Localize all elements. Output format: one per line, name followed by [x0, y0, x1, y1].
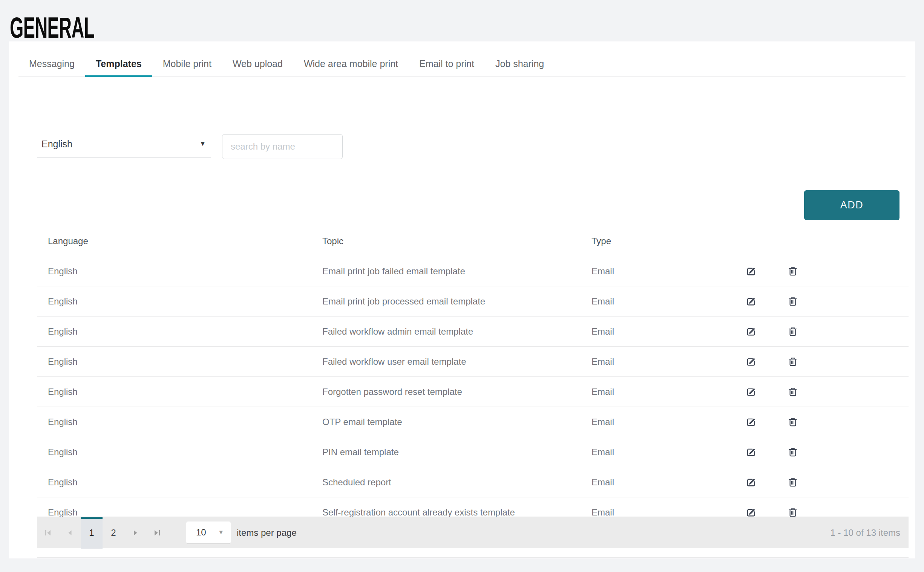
- column-header-type: Type: [580, 236, 731, 246]
- trash-icon: [787, 417, 798, 427]
- page-size-dropdown[interactable]: 10 ▼: [186, 522, 231, 544]
- delete-button[interactable]: [772, 477, 814, 488]
- table-header-row: Language Topic Type: [37, 226, 908, 256]
- tab-job-sharing[interactable]: Job sharing: [485, 51, 555, 76]
- cell-topic: Self-registration account already exists…: [311, 507, 580, 518]
- cell-language: English: [37, 326, 311, 337]
- delete-button[interactable]: [772, 387, 814, 397]
- trash-icon: [787, 356, 798, 367]
- tab-templates[interactable]: Templates: [85, 51, 152, 76]
- trash-icon: [787, 326, 798, 337]
- edit-button[interactable]: [731, 417, 772, 428]
- first-page-button[interactable]: [37, 517, 59, 549]
- trash-icon: [787, 266, 798, 277]
- cell-topic: Forgotten password reset template: [311, 387, 580, 397]
- edit-button[interactable]: [731, 326, 772, 337]
- edit-icon: [746, 417, 757, 428]
- table-row: EnglishPIN email templateEmail: [37, 437, 908, 467]
- cell-type: Email: [580, 387, 731, 397]
- tab-wide-area-mobile-print[interactable]: Wide area mobile print: [293, 51, 409, 76]
- edit-icon: [746, 356, 757, 367]
- delete-button[interactable]: [772, 447, 814, 457]
- column-header-language: Language: [37, 236, 311, 246]
- delete-button[interactable]: [772, 356, 814, 367]
- cell-topic: Failed workflow admin email template: [311, 326, 580, 337]
- cell-type: Email: [580, 266, 731, 277]
- language-dropdown[interactable]: English ▼: [37, 131, 211, 158]
- edit-icon: [746, 507, 757, 518]
- language-dropdown-value: English: [42, 139, 72, 149]
- trash-icon: [787, 387, 798, 397]
- chevron-down-icon: ▼: [199, 140, 206, 148]
- pagination-range-label: 1 - 10 of 13 items: [831, 527, 900, 538]
- previous-page-button[interactable]: [59, 517, 81, 549]
- delete-button[interactable]: [772, 266, 814, 277]
- edit-icon: [746, 446, 757, 458]
- cell-type: Email: [580, 326, 731, 337]
- page-button-2[interactable]: 2: [103, 517, 124, 549]
- page-size-value: 10: [196, 527, 206, 538]
- cell-type: Email: [580, 356, 731, 367]
- tab-mobile-print[interactable]: Mobile print: [152, 51, 222, 76]
- edit-icon: [746, 296, 757, 307]
- delete-button[interactable]: [772, 326, 814, 337]
- table-row: EnglishEmail print job processed email t…: [37, 286, 908, 317]
- edit-button[interactable]: [731, 507, 772, 518]
- table-row: EnglishOTP email templateEmail: [37, 407, 908, 437]
- edit-button[interactable]: [731, 386, 772, 398]
- edit-button[interactable]: [731, 356, 772, 367]
- cell-type: Email: [580, 447, 731, 457]
- cell-type: Email: [580, 507, 731, 518]
- tab-bar: Messaging Templates Mobile print Web upl…: [19, 51, 905, 77]
- cell-type: Email: [580, 417, 731, 427]
- delete-button[interactable]: [772, 507, 814, 518]
- next-page-icon: [131, 528, 140, 537]
- settings-card: Messaging Templates Mobile print Web upl…: [9, 42, 915, 558]
- edit-icon: [746, 477, 757, 488]
- templates-table: Language Topic Type EnglishEmail print j…: [37, 226, 908, 558]
- last-page-button[interactable]: [146, 517, 168, 549]
- cell-topic: Failed workflow user email template: [311, 356, 580, 367]
- table-row: EnglishScheduled reportEmail: [37, 467, 908, 497]
- trash-icon: [787, 507, 798, 518]
- edit-button[interactable]: [731, 446, 772, 458]
- cell-language: English: [37, 387, 311, 397]
- tab-email-to-print[interactable]: Email to print: [409, 51, 485, 76]
- cell-language: English: [37, 296, 311, 307]
- column-header-topic: Topic: [311, 236, 580, 246]
- cell-topic: PIN email template: [311, 447, 580, 457]
- chevron-down-icon: ▼: [218, 529, 224, 536]
- delete-button[interactable]: [772, 417, 814, 427]
- cell-type: Email: [580, 477, 731, 488]
- table-row: EnglishForgotten password reset template…: [37, 377, 908, 407]
- cell-language: English: [37, 447, 311, 457]
- next-page-button[interactable]: [124, 517, 146, 549]
- cell-language: English: [37, 477, 311, 488]
- edit-button[interactable]: [731, 266, 772, 277]
- items-per-page-label: items per page: [237, 527, 297, 538]
- cell-type: Email: [580, 296, 731, 307]
- first-page-icon: [44, 528, 52, 537]
- tab-messaging[interactable]: Messaging: [19, 51, 85, 76]
- search-input[interactable]: [222, 134, 343, 159]
- cell-language: English: [37, 266, 311, 277]
- trash-icon: [787, 296, 798, 307]
- add-button[interactable]: ADD: [804, 190, 899, 220]
- filter-row: English ▼: [37, 131, 343, 159]
- cell-topic: Email print job failed email template: [311, 266, 580, 277]
- cell-topic: Scheduled report: [311, 477, 580, 488]
- page-button-1[interactable]: 1: [81, 517, 103, 549]
- table-row: EnglishFailed workflow user email templa…: [37, 347, 908, 377]
- edit-button[interactable]: [731, 296, 772, 307]
- tab-web-upload[interactable]: Web upload: [222, 51, 293, 76]
- page-title: GENERAL: [10, 11, 95, 45]
- previous-page-icon: [65, 528, 74, 537]
- delete-button[interactable]: [772, 296, 814, 307]
- edit-button[interactable]: [731, 477, 772, 488]
- cell-topic: Email print job processed email template: [311, 296, 580, 307]
- table-row: EnglishEmail print job failed email temp…: [37, 256, 908, 286]
- edit-icon: [746, 386, 757, 398]
- cell-topic: OTP email template: [311, 417, 580, 427]
- cell-language: English: [37, 356, 311, 367]
- edit-icon: [746, 266, 757, 277]
